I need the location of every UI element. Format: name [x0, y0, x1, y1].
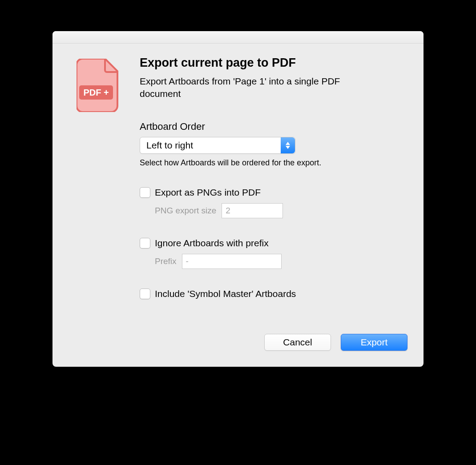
cancel-button[interactable]: Cancel — [264, 334, 331, 351]
png-size-input[interactable] — [222, 203, 283, 218]
option-ignore-prefix: Ignore Artboards with prefix Prefix — [140, 238, 407, 269]
artboard-order-select[interactable]: Left to right — [140, 137, 295, 154]
dialog-titlebar — [52, 31, 424, 44]
ignore-prefix-label: Ignore Artboards with prefix — [155, 238, 269, 249]
dialog-content: PDF + Export current page to PDF Export … — [52, 44, 424, 367]
prefix-label: Prefix — [155, 257, 177, 266]
include-symbol-master-checkbox[interactable] — [140, 289, 150, 299]
png-size-label: PNG export size — [155, 206, 216, 216]
artboard-order-value: Left to right — [140, 140, 193, 151]
option-include-symbol-master: Include 'Symbol Master' Artboards — [140, 289, 407, 299]
dialog-icon-column: PDF + — [69, 56, 135, 351]
include-symbol-master-label: Include 'Symbol Master' Artboards — [155, 289, 296, 299]
prefix-input[interactable] — [182, 254, 282, 269]
option-export-pngs: Export as PNGs into PDF PNG export size — [140, 187, 407, 218]
dialog-title: Export current page to PDF — [140, 56, 407, 70]
pdf-plus-icon: PDF + — [77, 59, 120, 112]
export-pngs-checkbox[interactable] — [140, 187, 150, 198]
artboard-order-hint: Select how Artboards will be ordered for… — [140, 158, 407, 168]
svg-text:PDF +: PDF + — [83, 88, 109, 97]
export-pdf-dialog: PDF + Export current page to PDF Export … — [52, 31, 424, 367]
dialog-buttons: Cancel Export — [140, 334, 407, 351]
export-pngs-label: Export as PNGs into PDF — [155, 187, 261, 198]
export-button[interactable]: Export — [341, 334, 407, 351]
ignore-prefix-checkbox[interactable] — [140, 238, 150, 249]
dialog-description: Export Artboards from 'Page 1' into a si… — [140, 75, 371, 100]
artboard-order-label: Artboard Order — [140, 121, 407, 132]
dialog-main-column: Export current page to PDF Export Artboa… — [135, 56, 407, 351]
updown-stepper-icon — [281, 137, 295, 153]
